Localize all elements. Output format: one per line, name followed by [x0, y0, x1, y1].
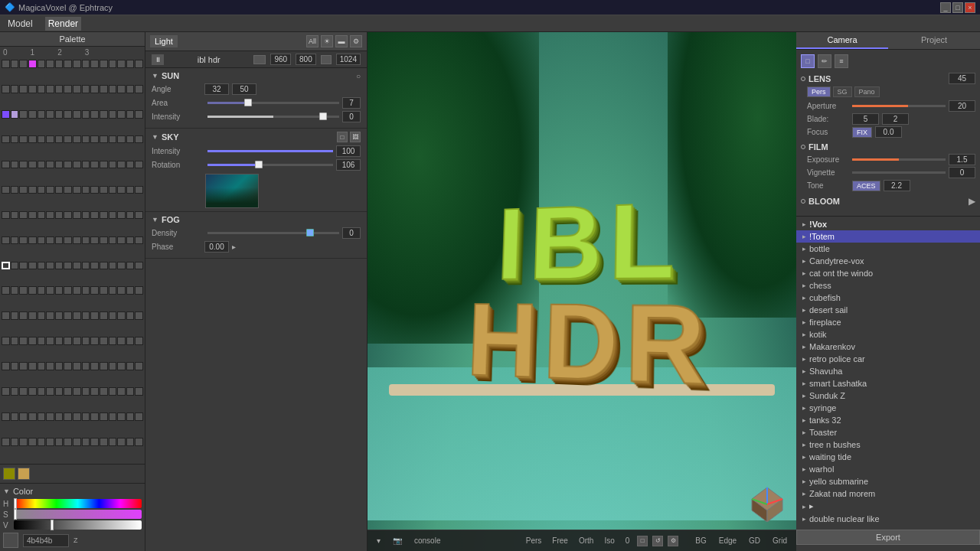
tone-value[interactable]: 2.2	[884, 180, 910, 191]
palette-cell-195[interactable]	[28, 362, 37, 370]
project-item-1[interactable]: ▸!Totem	[796, 230, 980, 243]
palette-cell-116[interactable]	[38, 236, 46, 245]
palette-grid[interactable]	[0, 58, 145, 464]
palette-cell-25[interactable]	[82, 85, 90, 93]
palette-cell-148[interactable]	[38, 286, 46, 295]
palette-cell-82[interactable]	[19, 186, 28, 194]
palette-cell-13[interactable]	[117, 60, 126, 68]
project-item-23[interactable]: ▸▸	[796, 500, 980, 513]
sky-rotation-slider[interactable]	[207, 164, 333, 166]
palette-cell-31[interactable]	[135, 85, 143, 93]
palette-cell-117[interactable]	[46, 236, 54, 245]
palette-cell-8[interactable]	[73, 60, 81, 68]
palette-cell-255[interactable]	[135, 438, 143, 446]
palette-cell-45[interactable]	[117, 110, 126, 119]
sky-intensity-slider[interactable]	[207, 150, 333, 152]
palette-cell-239[interactable]	[135, 412, 143, 421]
palette-cell-83[interactable]	[28, 186, 37, 194]
palette-cell-143[interactable]	[135, 262, 143, 270]
palette-cell-101[interactable]	[46, 211, 54, 220]
palette-cell-249[interactable]	[82, 438, 90, 446]
pano-btn[interactable]: Pano	[854, 86, 880, 97]
palette-cell-121[interactable]	[82, 236, 90, 245]
palette-cell-222[interactable]	[126, 387, 135, 396]
palette-cell-233[interactable]	[82, 412, 90, 421]
palette-cell-51[interactable]	[28, 135, 37, 144]
palette-cell-111[interactable]	[135, 211, 143, 220]
palette-cell-161[interactable]	[11, 311, 19, 320]
sun-area-val[interactable]: 7	[342, 97, 361, 109]
focus-value[interactable]: 0.0	[875, 126, 902, 138]
palette-cell-41[interactable]	[82, 110, 90, 119]
palette-cell-1[interactable]	[11, 60, 19, 68]
palette-cell-229[interactable]	[46, 412, 54, 421]
lens-header[interactable]: LENS 45	[801, 73, 975, 84]
palette-cell-125[interactable]	[117, 236, 126, 245]
palette-cell-251[interactable]	[100, 438, 108, 446]
project-item-4[interactable]: ▸cat ont the windo	[796, 267, 980, 279]
palette-cell-134[interactable]	[55, 262, 64, 270]
palette-cell-177[interactable]	[11, 337, 19, 345]
palette-cell-147[interactable]	[28, 286, 37, 295]
palette-cell-164[interactable]	[38, 311, 46, 320]
swatch-olive[interactable]	[3, 468, 15, 480]
vp-arrow-button[interactable]: ▾	[374, 535, 384, 546]
palette-cell-154[interactable]	[90, 286, 99, 295]
palette-cell-163[interactable]	[28, 311, 37, 320]
palette-cell-122[interactable]	[90, 236, 99, 245]
palette-cell-172[interactable]	[109, 311, 117, 320]
palette-cell-6[interactable]	[55, 60, 64, 68]
palette-cell-226[interactable]	[19, 412, 28, 421]
palette-cell-96[interactable]	[2, 211, 10, 220]
palette-cell-214[interactable]	[55, 387, 64, 396]
palette-cell-211[interactable]	[28, 387, 37, 396]
palette-cell-160[interactable]	[2, 311, 10, 320]
palette-cell-35[interactable]	[28, 110, 37, 119]
palette-cell-130[interactable]	[19, 262, 28, 270]
palette-cell-106[interactable]	[90, 211, 99, 220]
exposure-value[interactable]: 1.5	[949, 154, 975, 165]
cam-list-icon[interactable]: ≡	[835, 54, 848, 68]
palette-cell-245[interactable]	[46, 438, 54, 446]
palette-cell-139[interactable]	[100, 262, 108, 270]
palette-cell-231[interactable]	[64, 412, 72, 421]
light-tab[interactable]: Light	[150, 35, 178, 47]
palette-cell-193[interactable]	[11, 362, 19, 370]
palette-cell-217[interactable]	[82, 387, 90, 396]
palette-cell-252[interactable]	[109, 438, 117, 446]
palette-cell-37[interactable]	[46, 110, 54, 119]
palette-cell-162[interactable]	[19, 311, 28, 320]
palette-cell-168[interactable]	[73, 311, 81, 320]
palette-cell-221[interactable]	[117, 387, 126, 396]
palette-cell-110[interactable]	[126, 211, 135, 220]
palette-cell-176[interactable]	[2, 337, 10, 345]
value-slider[interactable]	[14, 520, 142, 530]
palette-cell-2[interactable]	[19, 60, 28, 68]
palette-cell-133[interactable]	[46, 262, 54, 270]
palette-cell-123[interactable]	[100, 236, 108, 245]
project-item-14[interactable]: ▸Sunduk Z	[796, 390, 980, 402]
palette-cell-90[interactable]	[90, 186, 99, 194]
palette-cell-132[interactable]	[38, 262, 46, 270]
palette-cell-18[interactable]	[19, 85, 28, 93]
cam-box-icon[interactable]: □	[801, 54, 815, 68]
palette-cell-206[interactable]	[126, 362, 135, 370]
palette-cell-205[interactable]	[117, 362, 126, 370]
saturation-slider[interactable]	[14, 510, 142, 519]
palette-cell-171[interactable]	[100, 311, 108, 320]
camera-tab[interactable]: Camera	[796, 32, 888, 49]
palette-cell-74[interactable]	[90, 161, 99, 169]
palette-cell-7[interactable]	[64, 60, 72, 68]
palette-cell-241[interactable]	[11, 438, 19, 446]
vp-bg-label[interactable]: BG	[692, 535, 709, 546]
palette-cell-10[interactable]	[90, 60, 99, 68]
palette-cell-5[interactable]	[46, 60, 54, 68]
vp-iso-button[interactable]: Iso	[601, 535, 617, 546]
palette-cell-4[interactable]	[38, 60, 46, 68]
swatch-tan[interactable]	[18, 468, 30, 480]
palette-cell-184[interactable]	[73, 337, 81, 345]
palette-cell-192[interactable]	[2, 362, 10, 370]
palette-cell-223[interactable]	[135, 387, 143, 396]
cam-edit-icon[interactable]: ✏	[818, 54, 831, 68]
vp-icon1[interactable]: □	[637, 536, 648, 546]
